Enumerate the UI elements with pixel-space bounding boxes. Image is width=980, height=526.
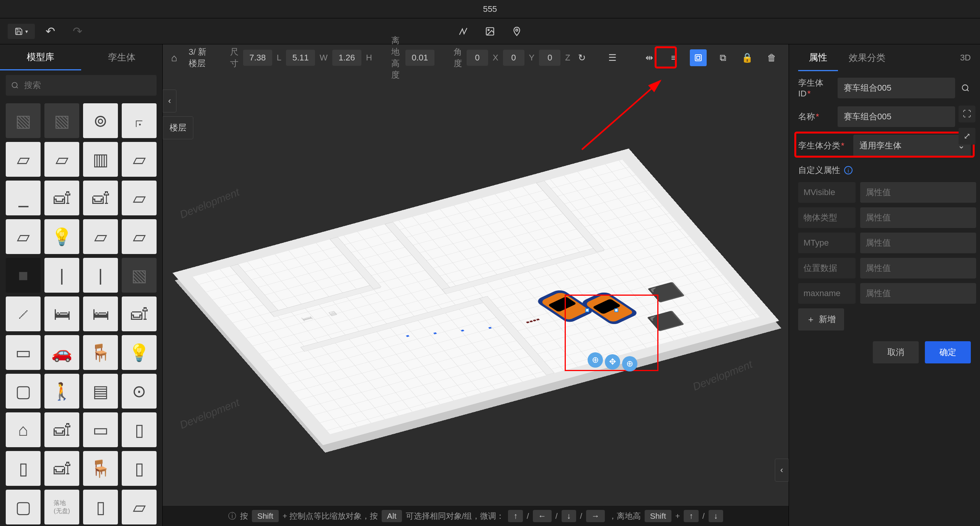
model-item[interactable]: 🛏 xyxy=(83,296,118,331)
custom-props-title: 自定义属性 i xyxy=(798,164,971,176)
model-item[interactable]: ▯ xyxy=(83,490,118,524)
model-item[interactable]: ▢ xyxy=(6,490,41,524)
model-item[interactable]: ▱ xyxy=(122,142,157,177)
home-button[interactable]: ⌂ xyxy=(171,52,177,64)
model-item[interactable]: 🚶 xyxy=(44,374,79,409)
custom-val[interactable] xyxy=(860,283,976,304)
model-item[interactable]: 🛋 xyxy=(44,412,79,447)
model-item[interactable]: ■ xyxy=(6,258,41,293)
model-item[interactable]: ▱ xyxy=(6,142,41,177)
gizmo-button-3[interactable]: ⊕ xyxy=(622,356,637,371)
model-item[interactable]: ▱ xyxy=(6,219,41,254)
model-item[interactable]: ▯ xyxy=(122,412,157,447)
custom-key[interactable] xyxy=(798,283,856,304)
tab-models[interactable]: 模型库 xyxy=(0,44,81,70)
model-item[interactable]: 🛋 xyxy=(122,296,157,331)
path-tool-icon[interactable] xyxy=(457,26,469,37)
model-item[interactable]: ⎯ xyxy=(6,181,41,215)
collapse-right-button[interactable]: ‹ xyxy=(775,459,789,482)
3d-toggle[interactable]: 3D xyxy=(960,53,971,63)
dim-l-input[interactable] xyxy=(243,50,272,66)
copy-icon[interactable]: ⧉ xyxy=(714,49,731,66)
tab-twins[interactable]: 孪生体 xyxy=(81,44,162,70)
model-item[interactable]: ▯ xyxy=(122,451,157,486)
model-item[interactable]: ▧ xyxy=(44,103,79,138)
list-icon[interactable]: ☰ xyxy=(604,49,621,66)
gizmo-button-2[interactable]: ✥ xyxy=(605,354,620,370)
model-item[interactable]: 🛏 xyxy=(44,296,79,331)
tab-properties[interactable]: 属性 xyxy=(798,44,838,71)
info-icon[interactable]: i xyxy=(844,166,853,174)
model-item[interactable]: ▧ xyxy=(122,258,157,293)
model-item[interactable]: ⊙ xyxy=(122,374,157,409)
ok-button[interactable]: 确定 xyxy=(925,341,971,363)
angle-z-input[interactable] xyxy=(539,50,560,66)
angle-x-input[interactable] xyxy=(467,50,488,66)
align-icon[interactable]: ≡ xyxy=(665,49,682,66)
model-item[interactable]: 💡 xyxy=(44,219,79,254)
model-item[interactable]: | xyxy=(44,258,79,293)
cancel-button[interactable]: 取消 xyxy=(873,341,919,363)
model-item[interactable]: 🪑 xyxy=(83,451,118,486)
image-tool-icon[interactable] xyxy=(484,26,496,37)
location-tool-icon[interactable] xyxy=(511,26,523,37)
gizmo-button-1[interactable]: ⊕ xyxy=(588,352,603,368)
custom-val[interactable] xyxy=(860,258,976,278)
custom-key[interactable] xyxy=(798,258,856,278)
model-item[interactable]: 落地(无盘) xyxy=(44,490,79,524)
redo-button[interactable]: ↷ xyxy=(66,24,89,38)
tab-effects[interactable]: 效果分类 xyxy=(838,44,896,71)
model-item[interactable]: 🛋 xyxy=(83,181,118,215)
model-item[interactable]: ⟋ xyxy=(6,296,41,331)
floor-breadcrumb[interactable]: 3/ 新楼层 xyxy=(189,46,211,69)
model-item[interactable]: ▥ xyxy=(83,142,118,177)
custom-val[interactable] xyxy=(860,233,976,253)
ground-input[interactable] xyxy=(405,50,434,66)
viewport-3d[interactable]: Development Development Development Deve… xyxy=(163,71,789,505)
model-item[interactable]: ▯ xyxy=(6,451,41,486)
add-property-button[interactable]: ＋ 新增 xyxy=(798,308,844,331)
model-item[interactable]: ⟔ xyxy=(122,103,157,138)
custom-key[interactable] xyxy=(798,182,856,203)
group-icon[interactable] xyxy=(690,49,707,66)
custom-val[interactable] xyxy=(860,182,976,203)
model-item[interactable]: ▭ xyxy=(6,335,41,370)
search-id-icon[interactable] xyxy=(960,80,971,96)
undo-button[interactable]: ↶ xyxy=(39,24,62,38)
model-item[interactable]: | xyxy=(83,258,118,293)
model-item[interactable]: ▱ xyxy=(122,219,157,254)
custom-key[interactable] xyxy=(798,233,856,253)
fullscreen-icon[interactable]: ⛶ xyxy=(959,106,975,122)
lock-icon[interactable]: 🔒 xyxy=(739,49,756,66)
category-select[interactable]: 通用孪生体 ⌄ xyxy=(853,135,971,157)
dim-h-input[interactable] xyxy=(332,50,361,66)
svg-line-5 xyxy=(582,81,660,150)
search-input[interactable] xyxy=(6,75,157,96)
twin-id-input[interactable] xyxy=(838,78,955,98)
dim-w-input[interactable] xyxy=(286,50,315,66)
mirror-icon[interactable]: ⇹ xyxy=(641,49,658,66)
model-item[interactable]: 🚗 xyxy=(44,335,79,370)
model-item[interactable]: 🛋 xyxy=(44,181,79,215)
model-item[interactable]: 💡 xyxy=(122,335,157,370)
save-button[interactable]: ▾ xyxy=(8,24,35,39)
reset-rotation-icon[interactable]: ↻ xyxy=(577,49,587,66)
model-item[interactable]: ▱ xyxy=(44,142,79,177)
model-item[interactable]: ▤ xyxy=(83,374,118,409)
model-item[interactable]: 🛋 xyxy=(44,451,79,486)
model-item[interactable]: ▱ xyxy=(122,181,157,215)
model-item[interactable]: ⌂ xyxy=(6,412,41,447)
delete-icon[interactable]: 🗑 xyxy=(763,49,780,66)
angle-y-input[interactable] xyxy=(503,50,524,66)
model-item[interactable]: ▱ xyxy=(122,490,157,524)
model-item[interactable]: ▭ xyxy=(83,412,118,447)
name-input[interactable] xyxy=(838,106,955,127)
model-item[interactable]: ▢ xyxy=(6,374,41,409)
custom-val[interactable] xyxy=(860,207,976,228)
model-item[interactable]: ▧ xyxy=(6,103,41,138)
custom-key[interactable] xyxy=(798,207,856,228)
model-item[interactable]: 🪑 xyxy=(83,335,118,370)
expand-icon[interactable]: ⤢ xyxy=(959,128,975,145)
model-item[interactable]: ⊚ xyxy=(83,103,118,138)
model-item[interactable]: ▱ xyxy=(83,219,118,254)
